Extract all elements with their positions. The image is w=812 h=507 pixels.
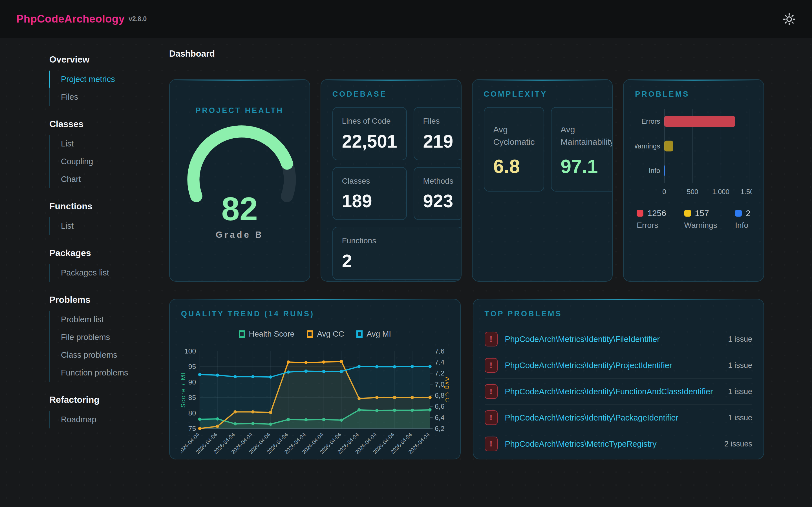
sidebar-item-file-problems[interactable]: File problems <box>50 328 169 346</box>
legend-item-errors: 1256Errors <box>637 209 666 230</box>
left-tick-label: 75 <box>188 425 196 432</box>
issue-count: 1 issue <box>728 335 752 344</box>
problem-link[interactable]: PhpCodeArch\Metrics\Identity\FunctionAnd… <box>505 387 721 396</box>
sidebar-item-packages-list[interactable]: Packages list <box>50 264 169 282</box>
stat-value: 923 <box>423 191 453 212</box>
stat-value: 97.1 <box>560 155 613 177</box>
sidebar-group-title: Overview <box>49 54 169 65</box>
data-point-avg-mi <box>287 371 290 374</box>
sidebar-item-list[interactable]: List <box>50 135 169 153</box>
problem-row: !PhpCodeArch\Metrics\Identity\FileIdenti… <box>485 326 753 352</box>
problem-link[interactable]: PhpCodeArch\Metrics\MetricTypeRegistry <box>505 439 717 449</box>
legend-swatch <box>637 210 644 217</box>
codebase-title: CODEBASE <box>333 90 450 99</box>
sidebar-group: Project metricsFiles <box>49 70 169 106</box>
health-grade: Grade B <box>181 230 298 240</box>
sidebar-group-title: Functions <box>49 201 169 212</box>
problem-row: !PhpCodeArch\Metrics\Controller\MetricsW… <box>485 457 753 459</box>
warning-exclamation-icon: ! <box>485 437 498 451</box>
data-point-avg-mi <box>234 375 237 378</box>
problem-row: !PhpCodeArch\Metrics\Identity\ProjectIde… <box>485 352 753 378</box>
sidebar-item-project-metrics[interactable]: Project metrics <box>50 70 169 88</box>
legend-item-warnings: 157Warnings <box>684 209 717 230</box>
sidebar-item-function-problems[interactable]: Function problems <box>50 364 169 382</box>
trend-line-chart: 75808590951006,26,46,66,87,07,27,47,6202… <box>181 340 449 459</box>
stat-tile-functions: Functions 2 <box>333 227 462 280</box>
data-point-avg-mi <box>340 370 343 373</box>
warning-exclamation-icon: ! <box>485 332 498 346</box>
sidebar-item-problem-list[interactable]: Problem list <box>50 311 169 328</box>
data-point-avg-mi <box>357 365 361 368</box>
quality-trend-card: QUALITY TREND (14 RUNS) Health ScoreAvg … <box>169 299 461 459</box>
sidebar-group: List <box>49 217 169 235</box>
stat-label: Functions <box>342 235 453 247</box>
left-tick-label: 85 <box>188 394 196 401</box>
x-tick-label: 1.000 <box>712 188 729 195</box>
trend-legend-item-avg-mi[interactable]: Avg MI <box>356 330 391 339</box>
legend-swatch <box>735 210 742 217</box>
issue-count: 1 issue <box>728 387 752 396</box>
problem-row: !PhpCodeArch\Metrics\Identity\FunctionAn… <box>485 378 753 404</box>
data-point-avg-cc <box>322 360 325 363</box>
problems-bar-chart: 05001.0001.500ErrorsWarningsInfo <box>635 103 752 205</box>
sidebar-item-class-problems[interactable]: Class problems <box>50 346 169 364</box>
problem-row: !PhpCodeArch\Metrics\Identity\PackageIde… <box>485 404 753 431</box>
quality-trend-title: QUALITY TREND (14 RUNS) <box>181 309 449 318</box>
data-point-avg-mi <box>305 370 308 373</box>
codebase-card: CODEBASE Lines of Code 22,501 Files 219 … <box>320 79 462 282</box>
project-health-card: PROJECT HEALTH 82 Grade B <box>169 79 310 282</box>
right-tick-label: 6,2 <box>435 425 444 432</box>
stat-label: Files <box>423 115 453 127</box>
stat-tile-avg-maintainability: Avg Maintainability 97.1 <box>551 107 613 191</box>
trend-legend-item-avg-cc[interactable]: Avg CC <box>307 330 344 339</box>
sidebar-item-files[interactable]: Files <box>50 88 169 106</box>
theme-toggle-sun-icon[interactable] <box>783 13 796 25</box>
trend-legend-item-health-score[interactable]: Health Score <box>239 330 295 339</box>
sidebar-item-coupling[interactable]: Coupling <box>50 153 169 170</box>
data-point-avg-mi <box>428 365 432 368</box>
project-health-title: PROJECT HEALTH <box>181 106 298 115</box>
left-tick-label: 90 <box>188 378 196 386</box>
issue-count: 1 issue <box>728 361 752 370</box>
bar-category-label: Info <box>649 167 660 174</box>
sidebar-group-title: Packages <box>49 248 169 258</box>
stat-value: 189 <box>342 191 397 212</box>
legend-label: Info <box>735 221 751 230</box>
health-score-value: 82 <box>181 193 298 225</box>
dashboard-content: Dashboard PROJECT HEALTH 82 Grade B <box>169 38 764 507</box>
problem-link[interactable]: PhpCodeArch\Metrics\Identity\FileIdentif… <box>505 335 721 344</box>
main-area: OverviewProject metricsFilesClassesListC… <box>0 38 812 507</box>
health-gauge: 82 Grade B <box>181 122 298 207</box>
stat-label: Avg Maintainability <box>560 123 613 148</box>
trend-legend: Health ScoreAvg CCAvg MI <box>181 330 449 339</box>
x-tick-label: 500 <box>687 188 698 195</box>
data-point-avg-cc <box>305 361 308 364</box>
legend-count: 157 <box>695 209 709 218</box>
legend-label: Errors <box>637 221 666 230</box>
legend-label: Health Score <box>249 330 295 339</box>
data-point-avg-cc <box>340 360 343 363</box>
sidebar-item-list[interactable]: List <box>50 217 169 235</box>
problem-row: !PhpCodeArch\Metrics\MetricTypeRegistry2… <box>485 431 753 457</box>
right-tick-label: 6,8 <box>435 392 444 399</box>
sidebar-group: Roadmap <box>49 411 169 429</box>
problem-link[interactable]: PhpCodeArch\Metrics\Identity\PackageIden… <box>505 413 721 422</box>
right-tick-label: 6,6 <box>435 402 444 410</box>
sidebar-group: ListCouplingChart <box>49 135 169 188</box>
right-tick-label: 7,4 <box>435 358 444 366</box>
top-problems-list: !PhpCodeArch\Metrics\Identity\FileIdenti… <box>485 326 753 459</box>
problem-link[interactable]: PhpCodeArch\Metrics\Identity\ProjectIden… <box>505 361 721 370</box>
legend-label: Avg MI <box>366 330 391 339</box>
legend-box-icon <box>239 330 245 338</box>
stat-value: 2 <box>342 251 453 272</box>
problems-title: PROBLEMS <box>635 90 752 99</box>
sidebar-item-chart[interactable]: Chart <box>50 170 169 188</box>
data-point-avg-mi <box>393 365 396 368</box>
sidebar-item-roadmap[interactable]: Roadmap <box>50 411 169 429</box>
app-version: v2.8.0 <box>129 15 147 23</box>
legend-box-icon <box>307 330 313 338</box>
x-tick-label: 0 <box>662 188 666 195</box>
bar-category-label: Errors <box>642 117 660 125</box>
stat-tile-methods: Methods 923 <box>414 167 462 220</box>
stat-label: Lines of Code <box>342 115 397 127</box>
